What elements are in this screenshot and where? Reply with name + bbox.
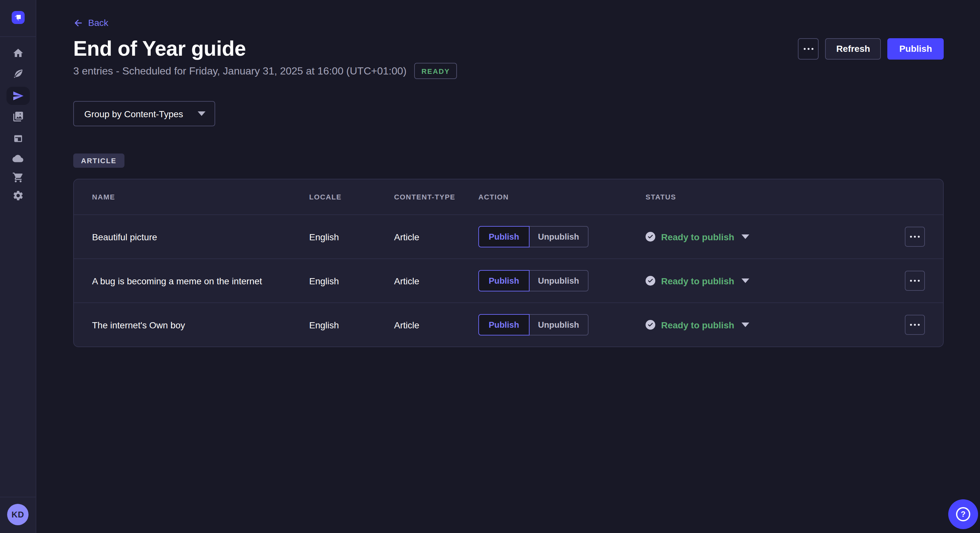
paper-plane-icon (12, 90, 24, 102)
entry-action-toggle: Publish Unpublish (478, 314, 588, 335)
entry-name: The internet's Own boy (92, 320, 309, 330)
back-link[interactable]: Back (73, 17, 108, 28)
table-row: The internet's Own boy English Article P… (74, 303, 943, 346)
header-actions: Refresh Publish (798, 38, 944, 59)
row-unpublish-button[interactable]: Unpublish (530, 270, 588, 292)
ellipsis-icon (910, 324, 920, 326)
column-header-content-type: CONTENT-TYPE (394, 193, 478, 201)
chevron-down-icon (741, 235, 749, 239)
layout-icon (12, 133, 24, 144)
table-header-row: NAME LOCALE CONTENT-TYPE ACTION STATUS (74, 179, 943, 214)
sidebar-divider (0, 497, 36, 497)
table-row: A bug is becoming a meme on the internet… (74, 259, 943, 303)
settings-gear-icon (12, 190, 24, 201)
sidebar-item-deploy-cloud[interactable] (0, 151, 36, 167)
entry-name: A bug is becoming a meme on the internet (92, 276, 309, 286)
strapi-logo[interactable] (12, 11, 25, 24)
chevron-down-icon (741, 279, 749, 283)
help-question-icon: ? (956, 507, 970, 521)
release-subtitle: 3 entries - Scheduled for Friday, Januar… (73, 65, 406, 77)
release-more-button[interactable] (798, 38, 819, 59)
cloud-icon (12, 152, 24, 165)
entry-status-dropdown[interactable]: Ready to publish (646, 276, 749, 286)
publish-release-button[interactable]: Publish (888, 38, 944, 59)
group-by-value: Group by Content-Types (84, 108, 183, 119)
sidebar: KD (0, 0, 36, 533)
row-publish-button[interactable]: Publish (478, 314, 530, 335)
sidebar-item-settings[interactable] (0, 188, 36, 203)
chevron-down-icon (741, 323, 749, 327)
entry-locale: English (309, 232, 394, 242)
sidebar-item-marketplace[interactable] (0, 170, 36, 185)
ready-status-badge: READY (414, 63, 457, 79)
home-icon (12, 47, 24, 59)
entry-status-label: Ready to publish (661, 232, 734, 242)
entries-table: NAME LOCALE CONTENT-TYPE ACTION STATUS B… (73, 179, 944, 347)
sidebar-divider (0, 36, 36, 37)
help-button[interactable]: ? (948, 499, 978, 529)
check-circle-icon (646, 232, 655, 242)
entry-locale: English (309, 276, 394, 286)
row-actions-menu-button[interactable] (905, 227, 925, 247)
entry-name: Beautiful picture (92, 232, 309, 242)
column-header-locale: LOCALE (309, 193, 394, 201)
sidebar-item-home[interactable] (0, 45, 36, 61)
row-actions-menu-button[interactable] (905, 315, 925, 335)
sidebar-item-releases[interactable] (6, 87, 30, 105)
chevron-down-icon (198, 111, 205, 116)
main-content: Back End of Year guide Refresh Publish 3… (36, 0, 980, 533)
ellipsis-icon (804, 48, 813, 49)
entry-action-toggle: Publish Unpublish (478, 226, 588, 247)
check-circle-icon (646, 320, 655, 330)
column-header-status: STATUS (646, 193, 896, 201)
row-unpublish-button[interactable]: Unpublish (530, 314, 588, 335)
ellipsis-icon (910, 280, 920, 282)
content-type-group-badge: ARTICLE (73, 154, 124, 168)
entry-status-dropdown[interactable]: Ready to publish (646, 232, 749, 242)
table-row: Beautiful picture English Article Publis… (74, 214, 943, 259)
entry-content-type: Article (394, 320, 478, 330)
group-by-select[interactable]: Group by Content-Types (73, 101, 215, 126)
back-label: Back (88, 17, 108, 28)
user-avatar[interactable]: KD (7, 504, 29, 525)
strapi-logo-glyph (13, 12, 23, 23)
arrow-left-icon (73, 18, 83, 27)
page-title: End of Year guide (73, 36, 246, 61)
entry-content-type: Article (394, 276, 478, 286)
row-publish-button[interactable]: Publish (478, 270, 530, 292)
cart-icon (12, 171, 24, 183)
ellipsis-icon (910, 236, 920, 238)
sidebar-item-content-type-builder[interactable] (0, 131, 36, 146)
feather-icon (12, 68, 24, 80)
entry-action-toggle: Publish Unpublish (478, 270, 588, 292)
column-header-name: NAME (92, 193, 309, 201)
row-unpublish-button[interactable]: Unpublish (530, 226, 588, 247)
sidebar-item-media-library[interactable] (0, 109, 36, 124)
entry-content-type: Article (394, 232, 478, 242)
sidebar-item-content-manager[interactable] (0, 66, 36, 82)
entry-status-label: Ready to publish (661, 320, 734, 330)
app-window: KD Back End of Year guide Refresh Publis… (0, 0, 980, 533)
refresh-button[interactable]: Refresh (826, 38, 881, 59)
check-circle-icon (646, 276, 655, 286)
entry-locale: English (309, 320, 394, 330)
entry-status-label: Ready to publish (661, 276, 734, 286)
column-header-action: ACTION (478, 193, 646, 201)
row-actions-menu-button[interactable] (905, 271, 925, 291)
media-library-icon (12, 111, 24, 122)
row-publish-button[interactable]: Publish (478, 226, 530, 247)
entry-status-dropdown[interactable]: Ready to publish (646, 320, 749, 330)
